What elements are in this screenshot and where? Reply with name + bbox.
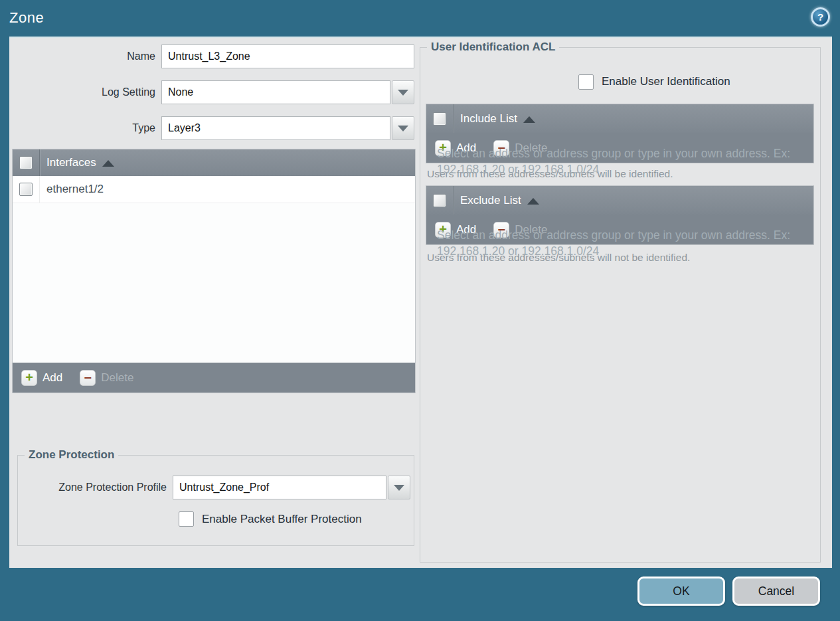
include-list-label: Include List [460, 112, 517, 126]
interfaces-table-footer: + Add – Delete [13, 363, 415, 393]
interfaces-select-all-checkbox[interactable] [19, 156, 33, 169]
interfaces-column-label: Interfaces [46, 156, 96, 169]
include-header-checkbox-col [426, 104, 454, 133]
table-row[interactable]: ethernet1/2 [13, 176, 415, 203]
sort-ascending-icon [523, 116, 535, 123]
exclude-list-placeholder: Select an address or address group or ty… [437, 228, 794, 259]
interfaces-column-header[interactable]: Interfaces [40, 149, 114, 176]
sort-ascending-icon [527, 198, 539, 205]
enable-user-identification-checkbox[interactable] [578, 74, 594, 90]
chevron-down-icon [398, 126, 408, 132]
packet-buffer-row: Enable Packet Buffer Protection [179, 511, 362, 527]
type-dropdown-button[interactable] [392, 116, 414, 140]
packet-buffer-label: Enable Packet Buffer Protection [202, 513, 362, 526]
help-icon[interactable]: ? [811, 7, 830, 27]
include-list-column-header[interactable]: Include List [454, 104, 535, 133]
dialog-title: Zone [9, 9, 44, 27]
exclude-list-column-header[interactable]: Exclude List [454, 186, 539, 215]
zone-protection-section: Zone Protection Zone Protection Profile … [17, 455, 414, 546]
exclude-select-all-checkbox[interactable] [433, 194, 446, 207]
zone-protection-profile-row: Zone Protection Profile [18, 476, 414, 499]
include-list-placeholder: Select an address or address group or ty… [437, 146, 794, 177]
delete-minus-icon: – [80, 370, 96, 386]
zone-protection-profile-dropdown-button[interactable] [388, 476, 410, 499]
add-button-label: Add [42, 371, 62, 385]
help-icon-glyph: ? [817, 11, 823, 23]
type-row: Type [9, 116, 416, 140]
minus-glyph: – [84, 370, 92, 383]
interfaces-header-checkbox-col [13, 149, 40, 176]
log-setting-label: Log Setting [9, 86, 161, 98]
enable-packet-buffer-checkbox[interactable] [179, 511, 194, 527]
interface-name: ethernet1/2 [40, 176, 104, 203]
exclude-list-header: Exclude List [426, 186, 813, 215]
log-setting-row: Log Setting [9, 80, 416, 104]
type-label: Type [9, 122, 161, 134]
interfaces-table-body: ethernet1/2 [13, 176, 415, 363]
include-list-table: Include List Select an address or addres… [426, 104, 814, 163]
include-list-header: Include List [426, 104, 813, 133]
log-setting-dropdown-button[interactable] [392, 80, 414, 104]
name-label: Name [9, 50, 161, 62]
name-input[interactable] [161, 44, 414, 68]
name-row: Name [9, 44, 416, 68]
zone-protection-profile-input[interactable] [173, 476, 386, 499]
zone-form: Name Log Setting Type [9, 44, 416, 152]
zone-dialog-screen: Zone ? Name Log Setting Type [0, 0, 840, 621]
chevron-down-icon [398, 90, 408, 96]
add-plus-icon: + [21, 370, 37, 386]
dialog-body: Name Log Setting Type [9, 37, 832, 568]
type-input[interactable] [161, 116, 390, 140]
ok-button[interactable]: OK [637, 577, 725, 606]
delete-button-label: Delete [101, 371, 133, 385]
exclude-list-table: Exclude List Select an address or addres… [426, 185, 814, 245]
user-identification-acl-section: User Identification ACL Enable User Iden… [420, 47, 821, 563]
cancel-button[interactable]: Cancel [732, 577, 820, 606]
log-setting-input[interactable] [161, 80, 390, 104]
chevron-down-icon [394, 485, 404, 491]
sort-ascending-icon [102, 160, 114, 167]
interfaces-table-header: Interfaces [13, 149, 415, 176]
user-identification-acl-legend: User Identification ACL [427, 41, 559, 54]
row-checkbox-col [13, 176, 40, 203]
enable-user-identification-label: Enable User Identification [602, 75, 730, 88]
include-select-all-checkbox[interactable] [433, 112, 446, 126]
zone-protection-profile-label: Zone Protection Profile [18, 482, 173, 493]
zone-protection-legend: Zone Protection [25, 448, 118, 462]
plus-glyph: + [25, 371, 33, 384]
dialog-titlebar: Zone ? [0, 0, 840, 37]
enable-user-identification-row: Enable User Identification [578, 73, 813, 90]
add-button[interactable]: + Add [21, 370, 62, 386]
interfaces-table: Interfaces ethernet1/2 + Add [12, 149, 416, 393]
row-checkbox[interactable] [19, 183, 33, 196]
exclude-list-label: Exclude List [460, 194, 521, 207]
delete-button[interactable]: – Delete [80, 370, 133, 386]
exclude-header-checkbox-col [426, 186, 454, 215]
